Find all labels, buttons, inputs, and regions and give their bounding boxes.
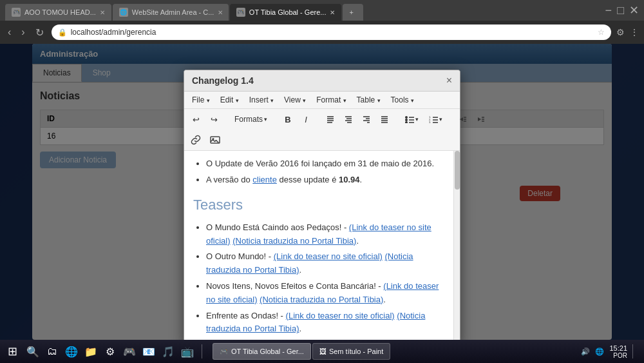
insert-arrow-icon: ▾: [270, 97, 274, 104]
menu-view[interactable]: View ▾: [280, 94, 310, 106]
redo-button[interactable]: ↪: [206, 112, 222, 127]
intro-list: O Update de Verão 2016 foi lançado em 31…: [206, 157, 450, 187]
bullet-list-icon: [405, 115, 414, 123]
modal-close-button[interactable]: ×: [446, 75, 452, 86]
address-bar[interactable]: 🔒 localhost/admin/gerencia ☆: [52, 25, 611, 40]
format-arrow-icon: ▾: [343, 97, 346, 104]
taskbar-sound-icon[interactable]: 🔊: [581, 348, 590, 356]
tab-close-aoo[interactable]: ✕: [100, 9, 105, 16]
teaser4-link1[interactable]: (Link do teaser no site oficial): [286, 311, 395, 320]
taskbar-app-paint-icon: 🖼: [319, 348, 327, 355]
taskbar-icon-2[interactable]: 🗂: [43, 342, 61, 360]
ul-arrow-icon: ▾: [415, 116, 419, 123]
unordered-list-button[interactable]: ▾: [401, 113, 422, 125]
start-button[interactable]: ⊞: [4, 343, 21, 360]
restore-btn[interactable]: □: [617, 4, 624, 17]
taskbar-icon-3[interactable]: 📁: [82, 342, 100, 360]
justify-button[interactable]: [377, 112, 392, 127]
menu-format[interactable]: Format ▾: [312, 94, 350, 106]
client-link[interactable]: cliente: [252, 175, 277, 184]
taskbar-network-icon[interactable]: 🌐: [595, 348, 604, 356]
modal-overlay: Changelog 1.4 × File ▾ Edit ▾ Insert ▾ V…: [0, 44, 644, 340]
menu-table[interactable]: Table ▾: [353, 94, 384, 106]
tab-close-website[interactable]: ✕: [218, 9, 223, 16]
teaser1-link2[interactable]: (Noticia traduzida no Portal Tibia): [232, 236, 356, 246]
svg-text:3.: 3.: [429, 121, 431, 123]
svg-marker-32: [478, 117, 481, 121]
svg-point-20: [405, 121, 408, 123]
justify-icon: [381, 115, 388, 123]
tab-favicon-website: 🌐: [119, 8, 128, 17]
taskbar-icon-5[interactable]: 🎮: [120, 342, 138, 360]
tab-new[interactable]: +: [343, 4, 363, 21]
taskbar-icon-7[interactable]: 🎵: [159, 342, 177, 360]
taskbar-show-desktop-btn[interactable]: [632, 344, 636, 358]
taskbar-time: 15:21: [609, 344, 627, 352]
image-button[interactable]: [207, 132, 223, 148]
menu-edit[interactable]: Edit ▾: [216, 94, 243, 106]
teaser2-link1[interactable]: (Link do teaser no site oficial): [274, 251, 383, 261]
menu-insert[interactable]: Insert ▾: [245, 94, 278, 106]
modal-header: Changelog 1.4 ×: [184, 70, 460, 92]
taskbar-app-paint[interactable]: 🖼 Sem título - Paint: [312, 343, 390, 360]
intro-item-2: A versão do cliente desse update é 10.94…: [206, 173, 450, 187]
taskbar: ⊞ 🔍 🗂 🌐 📁 ⚙ 🎮 📧 🎵 📺 🎮 OT Tibia Global - …: [0, 340, 644, 363]
tab-aoo[interactable]: 🎮 AOO TOMOU HEAD... ✕: [5, 4, 111, 21]
taskbar-apps: 🎮 OT Tibia Global - Ger... 🖼 Sem título …: [213, 343, 574, 360]
scrollbar-thumb[interactable]: [455, 151, 460, 190]
formats-arrow-icon: ▾: [264, 116, 267, 123]
close-browser-btn[interactable]: ✕: [629, 3, 639, 17]
teaser-item-2: O Outro Mundo! - (Link do teaser no site…: [206, 250, 450, 277]
browser-tabs-bar: 🎮 AOO TOMOU HEAD... ✕ 🌐 WebSite Admin Ar…: [0, 0, 644, 21]
minimize-btn[interactable]: −: [605, 4, 612, 17]
toolbar-insert-row: [184, 130, 460, 151]
ol-arrow-icon: ▾: [439, 116, 442, 123]
formats-dropdown[interactable]: Formats ▾: [231, 113, 271, 126]
align-right-icon: [363, 115, 370, 123]
tab-new-icon: +: [349, 8, 353, 16]
forward-btn[interactable]: ›: [19, 25, 27, 39]
tools-arrow-icon: ▾: [411, 97, 414, 104]
tab-tibia[interactable]: 🎮 OT Tibia Global - Gere... ✕: [230, 4, 342, 21]
file-arrow-icon: ▾: [207, 97, 210, 104]
align-left-icon: [327, 115, 334, 123]
taskbar-app-tibia[interactable]: 🎮 OT Tibia Global - Ger...: [213, 343, 311, 360]
teaser3-link2[interactable]: (Noticia traduzida no Portal Tibia): [260, 295, 383, 304]
bold-button[interactable]: B: [280, 112, 296, 127]
align-center-button[interactable]: [341, 112, 356, 127]
bookmark-icon[interactable]: ☆: [598, 28, 605, 37]
indent-button[interactable]: [473, 112, 489, 127]
taskbar-icon-browser[interactable]: 🌐: [62, 342, 80, 360]
menu-file[interactable]: File ▾: [188, 94, 214, 106]
taskbar-divider: [202, 344, 202, 358]
teaser-item-4: Enfrente as Ondas! - (Link do teaser no …: [206, 309, 450, 337]
outdent-icon: [460, 115, 466, 123]
teasers-heading: Teasers: [193, 193, 450, 216]
outdent-button[interactable]: [455, 112, 471, 127]
ordered-list-button[interactable]: 1. 2. 3. ▾: [425, 113, 446, 125]
align-left-button[interactable]: [323, 112, 338, 127]
italic-button[interactable]: I: [298, 112, 314, 127]
modal-title: Changelog 1.4: [192, 75, 254, 86]
taskbar-icon-6[interactable]: 📧: [140, 342, 158, 360]
formats-label: Formats: [234, 115, 263, 124]
align-right-button[interactable]: [359, 112, 374, 127]
taskbar-icon-4[interactable]: ⚙: [101, 342, 119, 360]
back-btn[interactable]: ‹: [5, 25, 14, 39]
menu-tools[interactable]: Tools ▾: [387, 94, 418, 106]
tab-website[interactable]: 🌐 WebSite Admin Area - C... ✕: [113, 4, 229, 21]
extensions-btn[interactable]: ⚙: [616, 27, 625, 37]
undo-button[interactable]: ↩: [188, 112, 204, 127]
link-button[interactable]: [188, 132, 204, 148]
refresh-btn[interactable]: ↻: [33, 25, 46, 40]
taskbar-icon-1[interactable]: 🔍: [24, 342, 42, 360]
menu-btn[interactable]: ⋮: [630, 27, 639, 37]
tab-close-tibia[interactable]: ✕: [330, 9, 335, 16]
taskbar-icon-8[interactable]: 📺: [178, 342, 196, 360]
intro-item-1: O Update de Verão 2016 foi lançado em 31…: [206, 157, 450, 171]
tab-label-tibia: OT Tibia Global - Gere...: [249, 8, 327, 16]
lock-icon: 🔒: [58, 28, 67, 37]
taskbar-lang: POR: [609, 352, 627, 359]
taskbar-app-paint-label: Sem título - Paint: [329, 348, 383, 355]
modal-body-container: O Update de Verão 2016 foi lançado em 31…: [184, 151, 460, 344]
